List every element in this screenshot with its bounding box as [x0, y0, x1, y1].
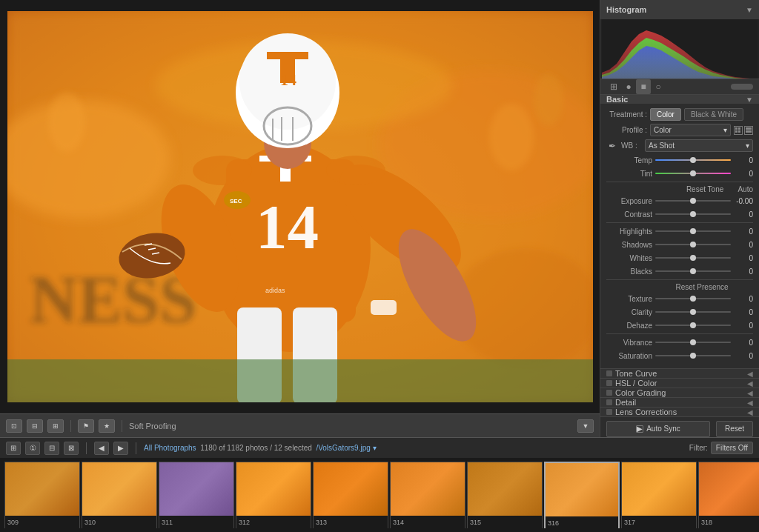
exposure-thumb[interactable] [690, 198, 696, 204]
tint-thumb[interactable] [690, 170, 696, 176]
filmstrip-item-314[interactable]: 314 [390, 462, 465, 528]
filmstrip-item-316[interactable]: 316 [544, 462, 620, 528]
divider-4 [606, 333, 753, 334]
right-panel: Histogram ▼ [600, 0, 759, 437]
temp-slider[interactable] [655, 155, 731, 165]
tint-row: Tint 0 [606, 168, 753, 179]
svg-point-36 [193, 156, 252, 185]
tone-curve-section[interactable]: Tone Curve ◀ [600, 368, 759, 378]
tint-slider[interactable] [655, 168, 731, 179]
blacks-row: Blacks 0 [606, 266, 753, 276]
prev-btn[interactable]: ◀ [94, 442, 109, 455]
whites-thumb[interactable] [690, 255, 696, 261]
blacks-thumb[interactable] [690, 268, 696, 274]
lens-corrections-section[interactable]: Lens Corrections ◀ [600, 407, 759, 416]
color-btn[interactable]: Color [650, 108, 681, 121]
image-toolbar: ⊡ ⊟ ⊞ ⚑ ★ Soft Proofing ▼ [0, 413, 600, 437]
list-view-btn[interactable] [744, 126, 753, 135]
filmstrip-filter: Filter: Filters Off [689, 442, 753, 454]
compare-view-btn[interactable]: ⊟ [44, 442, 59, 455]
detail-arrow: ◀ [747, 399, 753, 407]
svg-text:14: 14 [256, 192, 319, 262]
svg-text:SEC: SEC [230, 198, 242, 205]
filmstrip-item-309[interactable]: 309 [4, 462, 80, 528]
histogram-title: Histogram [606, 5, 646, 14]
basic-panel: Treatment : Color Black & White Profile … [600, 104, 759, 368]
view-mode-compare-btn[interactable]: ⊟ [27, 419, 43, 433]
star-btn[interactable]: ★ [99, 419, 115, 433]
reset-btn[interactable]: Reset [716, 421, 753, 437]
filter-dropdown[interactable]: Filters Off [711, 442, 753, 454]
clarity-thumb[interactable] [690, 309, 696, 315]
texture-thumb[interactable] [690, 296, 696, 302]
histogram-header[interactable]: Histogram ▼ [600, 0, 759, 19]
radial-filter[interactable]: ○ [651, 79, 666, 94]
filmstrip-item-313[interactable]: 313 [313, 462, 388, 528]
texture-slider[interactable] [655, 293, 731, 304]
dehaze-thumb[interactable] [690, 322, 696, 328]
clarity-label: Clarity [606, 308, 652, 316]
eyedropper-tool[interactable]: ✒ [606, 140, 618, 152]
hsl-color-section[interactable]: HSL / Color ◀ [600, 378, 759, 388]
clarity-slider[interactable] [655, 307, 731, 317]
filmstrip-item-317[interactable]: 317 [621, 462, 697, 528]
whites-value: 0 [734, 254, 753, 262]
filmstrip-item-311[interactable]: 311 [159, 462, 234, 528]
wb-dropdown[interactable]: As Shot ▾ [645, 139, 753, 152]
nav-divider-2 [136, 442, 136, 454]
crop-tool[interactable]: ⊞ [606, 79, 621, 94]
vibrance-thumb[interactable] [690, 339, 696, 345]
color-grading-section[interactable]: Color Grading ◀ [600, 388, 759, 397]
hsl-arrow: ◀ [747, 379, 753, 388]
shadows-value: 0 [734, 241, 753, 249]
panel-slider[interactable] [731, 84, 753, 90]
svg-point-40 [534, 74, 563, 126]
next-btn[interactable]: ▶ [113, 442, 128, 455]
bw-btn[interactable]: Black & White [684, 108, 743, 121]
auto-label[interactable]: Auto [738, 185, 753, 193]
basic-header[interactable]: Basic ▼ [600, 95, 759, 104]
highlights-slider[interactable] [655, 226, 731, 236]
filmstrip-item-312[interactable]: 312 [236, 462, 311, 528]
healing-tool[interactable]: ● [621, 79, 636, 94]
toolbar-divider-1 [70, 420, 71, 432]
view-mode-single-btn[interactable]: ⊡ [6, 419, 22, 433]
grid-view-btn[interactable]: ⊞ [6, 442, 21, 455]
filmstrip-item-318[interactable]: 318 [698, 462, 759, 528]
grid-view-btn[interactable] [734, 126, 743, 135]
profile-dropdown[interactable]: Color ▾ [650, 124, 731, 136]
temp-thumb[interactable] [690, 157, 696, 163]
zoom-in-btn[interactable]: ▼ [577, 419, 594, 433]
autosync-btn[interactable]: ▶ Auto Sync [606, 421, 710, 437]
adjustment-brush[interactable]: ■ [636, 79, 651, 94]
all-photographs-label[interactable]: All Photographs [144, 444, 196, 452]
temp-row: Temp 0 [606, 155, 753, 165]
contrast-label: Contrast [606, 210, 652, 219]
profile-value: Color [654, 126, 672, 134]
vibrance-slider[interactable] [655, 337, 731, 348]
filmstrip-item-315[interactable]: 315 [467, 462, 543, 528]
survey-view-btn[interactable]: ⊠ [64, 442, 79, 455]
filmstrip: 309 310 311 312 313 314 315 [0, 458, 759, 532]
tint-label: Tint [606, 170, 652, 178]
view-mode-survey-btn[interactable]: ⊞ [47, 419, 64, 433]
reset-tone-label: Reset Tone [672, 185, 738, 193]
shadows-thumb[interactable] [690, 242, 696, 247]
dehaze-slider[interactable] [655, 320, 731, 330]
contrast-slider[interactable] [655, 209, 731, 219]
exposure-slider[interactable] [655, 196, 731, 206]
contrast-thumb[interactable] [690, 211, 696, 217]
highlights-value: 0 [734, 227, 753, 236]
blacks-slider[interactable] [655, 266, 731, 276]
tone-curve-label: Tone Curve [615, 369, 657, 378]
filmstrip-item-310[interactable]: 310 [82, 462, 157, 528]
highlights-thumb[interactable] [690, 228, 696, 234]
loupe-view-btn[interactable]: ① [25, 442, 40, 455]
saturation-thumb[interactable] [690, 353, 696, 359]
profile-label: Profile : [606, 126, 647, 134]
flag-btn[interactable]: ⚑ [78, 419, 94, 433]
whites-slider[interactable] [655, 253, 731, 263]
shadows-slider[interactable] [655, 239, 731, 250]
saturation-slider[interactable] [655, 350, 731, 361]
detail-section[interactable]: Detail ◀ [600, 397, 759, 407]
